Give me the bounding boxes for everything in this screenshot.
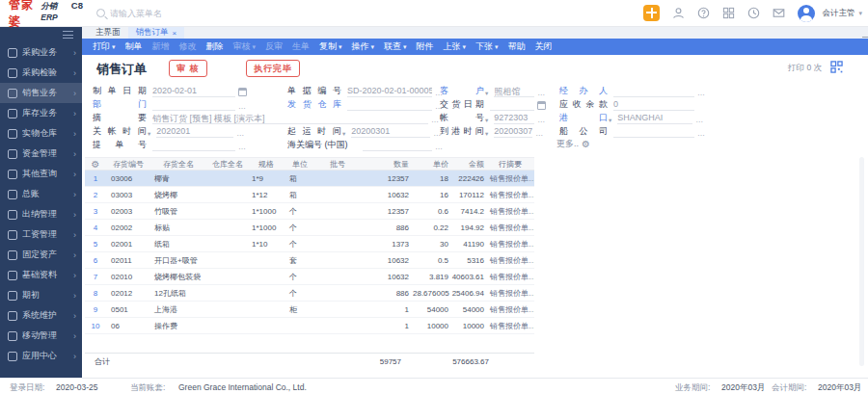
lookup-icon[interactable] (537, 116, 546, 124)
depart-time-input[interactable]: 20200301 (351, 126, 430, 138)
toolbar-button[interactable]: 制单 (125, 40, 143, 53)
lookup-icon[interactable] (697, 129, 706, 138)
ship-company-input[interactable] (613, 126, 694, 138)
bl-no-input[interactable] (152, 140, 235, 151)
gear-icon[interactable]: ⚙ (582, 139, 590, 149)
tab-sales-order[interactable]: 销售订单 × (128, 27, 185, 39)
global-search[interactable] (96, 9, 241, 18)
table-row[interactable]: 8 02012 12孔纸箱 个 886 28.676005 25406.94 销… (85, 285, 534, 302)
arrive-time-input[interactable]: 20200307 (494, 126, 532, 138)
toolbar-button[interactable]: 关闭 (535, 40, 553, 53)
dropdown-caret-icon[interactable]: ▾ (609, 117, 611, 124)
sidebar-item[interactable]: 期初 › (0, 285, 82, 305)
toolbar-button[interactable]: 删除 (206, 40, 224, 53)
toolbar-button[interactable]: 上张 (444, 40, 467, 53)
sidebar-item[interactable]: 库存业务 › (0, 103, 82, 123)
calendar-icon[interactable] (537, 101, 546, 110)
sidebar-item[interactable]: 采购检验 › (0, 63, 82, 83)
toolbar-button[interactable]: 审核 (233, 40, 257, 53)
sidebar-collapse-icon[interactable] (63, 31, 73, 39)
sidebar-item[interactable]: 其他查询 › (0, 164, 82, 184)
lookup-icon[interactable] (236, 129, 245, 138)
make-date-input[interactable]: 2020-02-01 (152, 86, 235, 97)
promo-badge-icon[interactable] (643, 5, 660, 21)
qr-code-icon[interactable] (830, 61, 843, 73)
col-header[interactable]: 单位 (284, 159, 316, 170)
col-header[interactable]: 仓库全名 (206, 159, 249, 170)
toolbar-button[interactable]: 帮助 (508, 40, 526, 53)
user-icon[interactable] (672, 7, 685, 19)
table-row[interactable]: 5 02001 纸箱 1*10 个 1373 30 41190 销售报价单… (85, 236, 534, 252)
toolbar-button[interactable]: 下张 (475, 40, 499, 53)
sidebar-item[interactable]: 应用中心 › (0, 346, 82, 366)
close-icon[interactable]: × (173, 29, 177, 38)
dropdown-caret-icon[interactable]: ▾ (485, 117, 488, 124)
dropdown-caret-icon[interactable]: ▾ (485, 130, 488, 138)
user-name[interactable]: 会计主管 (822, 8, 854, 19)
lookup-icon[interactable] (431, 116, 440, 124)
col-header[interactable]: 存货全名 (150, 159, 206, 170)
sidebar-item[interactable]: 固定资产 › (0, 245, 82, 265)
close-time-input[interactable]: 2020201 (156, 126, 233, 138)
sidebar-item[interactable]: 出纳管理 › (0, 204, 82, 224)
delivery-date-input[interactable] (490, 99, 534, 111)
agent-input[interactable] (613, 86, 694, 97)
lookup-icon[interactable] (695, 116, 704, 124)
toolbar-button[interactable]: 生单 (292, 40, 310, 53)
vertical-scrollbar[interactable] (859, 157, 864, 366)
mail-icon[interactable] (773, 7, 785, 19)
user-avatar[interactable] (798, 5, 815, 22)
lookup-icon[interactable] (238, 143, 247, 151)
sidebar-item[interactable]: 基础资料 › (0, 265, 82, 285)
toolbar-button[interactable]: 复制 (319, 40, 342, 53)
lookup-icon[interactable] (535, 129, 544, 138)
sidebar-item[interactable]: 资金管理 › (0, 144, 82, 164)
grid-settings-gear-icon[interactable]: ⚙ (85, 159, 106, 170)
col-header[interactable]: 金额 (451, 159, 486, 170)
customs-no-input[interactable] (363, 140, 432, 151)
toolbar-button[interactable]: 新增 (152, 40, 170, 53)
table-row[interactable]: 3 02003 竹吸管 1*1000 个 12357 0.6 7414.2 销售… (85, 203, 534, 220)
col-header[interactable]: 行摘要 (486, 159, 534, 170)
summary-input[interactable]: 销售订货 [预售] 模板 [演示本] (152, 113, 428, 124)
toolbar-button[interactable]: 附件 (417, 40, 434, 53)
table-row[interactable]: 2 03003 烧烤椰 1*12 箱 10632 16 170112 销售报价单… (85, 187, 534, 203)
department-input[interactable] (152, 99, 235, 111)
dropdown-caret-icon[interactable]: ▾ (485, 90, 488, 97)
sidebar-item[interactable]: 实物仓库 › (0, 123, 82, 144)
table-row[interactable]: 10 06 操作费 1 10000 10000 销售报价单… (85, 318, 534, 334)
sidebar-item[interactable]: 采购业务 › (0, 42, 82, 63)
sidebar-item[interactable]: 移动管理 › (0, 326, 82, 346)
lookup-icon[interactable] (697, 89, 706, 97)
toolbar-button[interactable]: 操作 (352, 40, 375, 53)
ship-warehouse-input[interactable] (347, 99, 432, 111)
help-icon[interactable] (697, 7, 710, 19)
col-header[interactable]: 单价 (413, 159, 451, 170)
account-no-input[interactable]: 9272303 (494, 113, 534, 124)
col-header[interactable]: 存货编号 (106, 159, 150, 170)
doc-no-input[interactable]: SD-2020-02-01-00005 (347, 86, 432, 97)
table-row[interactable]: 9 0501 上海港 柜 1 54000 54000 销售报价单… (85, 302, 534, 318)
table-row[interactable]: 4 02002 标贴 1*1000 个 886 0.22 194.92 销售报价… (85, 220, 534, 236)
table-row[interactable]: 7 02010 烧烤椰包装袋 个 10632 3.819 40603.61 销售… (85, 269, 534, 285)
sidebar-item[interactable]: 工资管理 › (0, 224, 82, 245)
apps-grid-icon[interactable] (722, 7, 735, 19)
toolbar-button[interactable]: 修改 (179, 40, 197, 53)
sidebar-item[interactable]: 总账 › (0, 184, 82, 204)
dropdown-caret-icon[interactable]: ▾ (148, 130, 150, 138)
more-fields-link[interactable]: 更多.. ⚙ (556, 138, 590, 150)
table-row[interactable]: 1 03006 椰青 1*9 箱 12357 18 222426 销售报价单… (85, 171, 534, 187)
port-input[interactable]: SHANGHAI (617, 113, 692, 124)
col-header[interactable]: 批号 (316, 159, 359, 170)
sidebar-item[interactable]: 系统维护 › (0, 305, 82, 326)
table-row[interactable]: 6 02011 开口器+吸管 套 10632 0.5 5316 销售报价单… (85, 252, 534, 269)
dropdown-caret-icon[interactable]: ▾ (342, 130, 345, 138)
clock-icon[interactable] (747, 7, 760, 19)
lookup-icon[interactable] (537, 89, 546, 97)
toolbar-button[interactable]: 联查 (384, 40, 407, 53)
search-input[interactable] (110, 9, 226, 18)
lookup-icon[interactable] (238, 102, 247, 111)
lookup-icon[interactable] (435, 143, 444, 151)
toolbar-button[interactable]: 打印 (93, 40, 116, 53)
customer-input[interactable]: 照相馆 (494, 86, 534, 97)
